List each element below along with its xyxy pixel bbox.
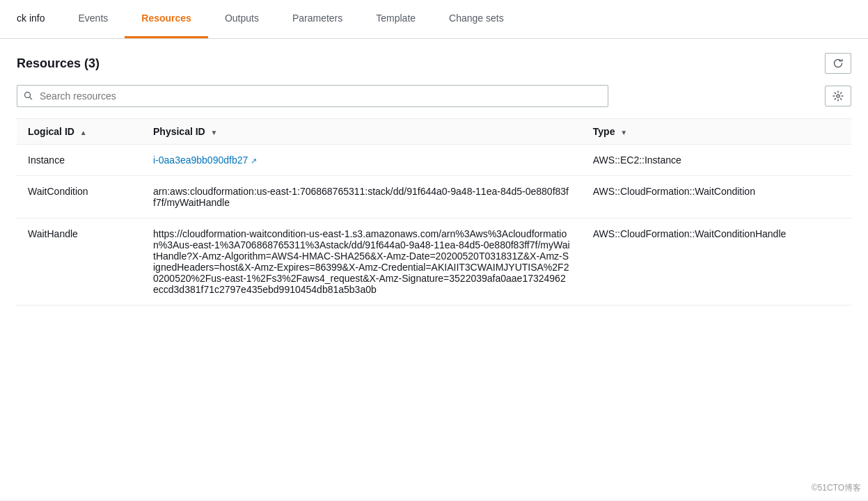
sort-asc-icon: ▲ xyxy=(80,129,87,136)
search-input[interactable] xyxy=(17,85,608,107)
section-title-text: Resources xyxy=(17,56,81,70)
section-header: Resources (3) xyxy=(17,53,851,74)
tab-events[interactable]: Events xyxy=(61,0,125,38)
cell-logical-id: WaitHandle xyxy=(17,218,142,305)
sort-down-icon-type: ▼ xyxy=(620,129,627,136)
cell-type: AWS::CloudFormation::WaitCondition xyxy=(582,176,851,218)
content-area: Resources (3) Logical ID ▲ xyxy=(0,39,868,500)
cell-logical-id: Instance xyxy=(17,145,142,176)
tab-resources[interactable]: Resources xyxy=(125,0,208,38)
table-row: WaitHandlehttps://cloudformation-waitcon… xyxy=(17,218,851,305)
cell-type: AWS::CloudFormation::WaitConditionHandle xyxy=(582,218,851,305)
col-type-label: Type xyxy=(593,126,615,137)
cell-physical-id: https://cloudformation-waitcondition-us-… xyxy=(142,218,582,305)
table-header-row: Logical ID ▲ Physical ID ▼ Type ▼ xyxy=(17,119,851,145)
tab-parameters[interactable]: Parameters xyxy=(276,0,359,38)
tab-bar: ck info Events Resources Outputs Paramet… xyxy=(0,0,868,39)
search-bar-row xyxy=(17,85,851,107)
svg-point-0 xyxy=(837,95,839,97)
col-header-physical-id[interactable]: Physical ID ▼ xyxy=(142,119,582,145)
cell-logical-id: WaitCondition xyxy=(17,176,142,218)
sort-down-icon-physical: ▼ xyxy=(211,129,218,136)
section-count: 3 xyxy=(88,56,95,70)
settings-icon xyxy=(833,90,844,102)
table-row: WaitConditionarn:aws:cloudformation:us-e… xyxy=(17,176,851,218)
tab-stack-info[interactable]: ck info xyxy=(0,0,61,38)
cell-physical-id: arn:aws:cloudformation:us-east-1:7068687… xyxy=(142,176,582,218)
col-logical-id-label: Logical ID xyxy=(28,126,74,137)
section-title: Resources (3) xyxy=(17,56,100,71)
col-header-logical-id[interactable]: Logical ID ▲ xyxy=(17,119,142,145)
tab-change-sets[interactable]: Change sets xyxy=(432,0,521,38)
col-header-type[interactable]: Type ▼ xyxy=(582,119,851,145)
resources-table: Logical ID ▲ Physical ID ▼ Type ▼ Instan… xyxy=(17,118,851,305)
cell-type: AWS::EC2::Instance xyxy=(582,145,851,176)
settings-button[interactable] xyxy=(825,86,851,106)
refresh-icon xyxy=(833,58,844,69)
tab-template[interactable]: Template xyxy=(359,0,432,38)
col-physical-id-label: Physical ID xyxy=(153,126,205,137)
cell-physical-id[interactable]: i-0aa3ea9bb090dfb27↗ xyxy=(142,145,582,176)
table-row: Instancei-0aa3ea9bb090dfb27↗AWS::EC2::In… xyxy=(17,145,851,176)
physical-id-link[interactable]: i-0aa3ea9bb090dfb27 xyxy=(153,154,248,166)
refresh-button[interactable] xyxy=(825,53,851,74)
tab-outputs[interactable]: Outputs xyxy=(208,0,276,38)
external-link-icon: ↗ xyxy=(251,157,257,166)
